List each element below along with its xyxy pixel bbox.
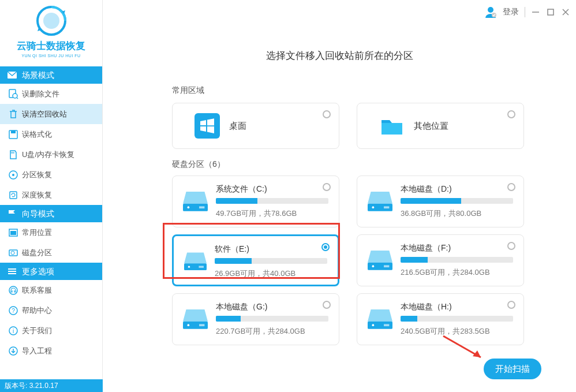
disk-card-3[interactable]: 本地磁盘（F:)216.5GB可用，共284.0GB (357, 234, 524, 286)
disk-detail: 26.9GB可用，共40.0GB (215, 268, 327, 279)
svg-point-44 (372, 265, 374, 267)
section-header-label: 向导模式 (22, 205, 54, 222)
drive-icon (183, 190, 208, 212)
sidebar-item-label: 分区恢复 (22, 165, 52, 185)
info-icon: i (8, 326, 18, 336)
svg-rect-15 (10, 231, 16, 235)
svg-point-1 (43, 13, 59, 29)
section-header-scene: 场景模式 (0, 66, 102, 84)
section-header-label: 场景模式 (22, 66, 54, 84)
app-title: 云骑士数据恢复 (0, 39, 102, 53)
disk-card-1[interactable]: 本地磁盘（D:)36.8GB可用，共80.0GB (357, 176, 524, 227)
sidebar-item-label: 误格式化 (22, 124, 52, 144)
card-desktop[interactable]: 桌面 (172, 103, 339, 149)
svg-point-38 (372, 206, 374, 208)
disk-name: 本地磁盘（F:) (401, 243, 513, 253)
disk-detail: 36.8GB可用，共80.0GB (401, 208, 513, 219)
sidebar-item-label: 磁盘分区 (22, 242, 52, 263)
card-other-location[interactable]: 其他位置 (357, 103, 524, 149)
svg-point-12 (12, 174, 14, 176)
sidebar-item-contact[interactable]: 联系客服 (0, 280, 102, 300)
section-header-wizard: 向导模式 (0, 205, 102, 222)
question-icon: ? (8, 305, 18, 316)
disk-detail: 216.5GB可用，共284.0GB (401, 267, 513, 278)
disk-card-5[interactable]: 本地磁盘（H:)240.5GB可用，共283.5GB (357, 293, 524, 345)
disk-name: 系统文件（C:) (216, 184, 328, 195)
flag-icon (7, 208, 17, 219)
radio-icon (323, 110, 331, 118)
disk-card-0[interactable]: 系统文件（C:)49.7GB可用，共78.6GB (172, 176, 339, 227)
windows-icon (195, 113, 220, 139)
folder-icon (379, 113, 405, 139)
card-title: 桌面 (229, 121, 246, 132)
sidebar-item-import[interactable]: 导入工程 (0, 341, 102, 361)
svg-rect-42 (199, 266, 203, 267)
svg-rect-36 (199, 206, 204, 208)
drive-icon (368, 308, 392, 330)
sidebar-item-label: 深度恢复 (22, 185, 52, 205)
radio-icon (507, 301, 515, 309)
sidebar-item-label: 帮助中心 (22, 300, 52, 320)
refresh-icon (8, 190, 18, 200)
logo-area: 云骑士数据恢复 YUN QI SHI SHU JU HUI FU (0, 0, 102, 66)
svg-line-5 (17, 98, 18, 99)
disk-name: 软件（E:) (215, 244, 327, 255)
svg-point-47 (187, 324, 189, 326)
disk-name: 本地磁盘（H:) (401, 302, 513, 312)
sidebar-item-disk-partition[interactable]: 磁盘分区 (0, 242, 102, 263)
hdd-icon (8, 248, 18, 258)
sidebar-item-recycle-bin[interactable]: 误清空回收站 (0, 104, 102, 124)
drive-icon (368, 249, 392, 271)
app-subtitle: YUN QI SHI SHU JU HUI FU (0, 54, 102, 58)
svg-point-41 (188, 266, 190, 267)
svg-point-21 (9, 286, 17, 294)
disk-detail: 240.5GB可用，共283.5GB (401, 326, 513, 337)
disk-section-label: 硬盘分区（6） (172, 159, 564, 170)
sidebar-item-format[interactable]: 误格式化 (0, 124, 102, 144)
file-search-icon (8, 89, 18, 99)
progress-bar (215, 258, 327, 264)
sidebar-item-deep-recovery[interactable]: 深度恢复 (0, 185, 102, 205)
svg-point-17 (11, 251, 14, 255)
sidebar-item-usb-recovery[interactable]: U盘/内存卡恢复 (0, 144, 102, 165)
disk-detail: 49.7GB可用，共78.6GB (216, 208, 328, 219)
svg-rect-7 (11, 130, 16, 133)
radio-icon (507, 183, 515, 191)
sidebar-item-label: 导入工程 (22, 341, 52, 361)
start-scan-button[interactable]: 开始扫描 (484, 359, 541, 379)
svg-rect-51 (384, 324, 389, 326)
drive-icon (368, 190, 392, 212)
drive-icon (184, 250, 207, 272)
radio-icon (323, 183, 331, 191)
progress-bar (216, 316, 328, 322)
sidebar-item-label: U盘/内存卡恢复 (22, 144, 74, 165)
sidebar-item-help[interactable]: ? 帮助中心 (0, 300, 102, 320)
menu-icon (7, 266, 17, 277)
section-header-more: 更多选项 (0, 263, 102, 280)
svg-rect-33 (195, 113, 220, 139)
sidebar-item-deleted-files[interactable]: 误删除文件 (0, 84, 102, 104)
disk-card-4[interactable]: 本地磁盘（G:)220.7GB可用，共284.0GB (172, 293, 339, 345)
disk-detail: 220.7GB可用，共284.0GB (216, 326, 328, 337)
disk-card-2[interactable]: 软件（E:)26.9GB可用，共40.0GB (172, 234, 339, 286)
sidebar-item-label: 误删除文件 (22, 84, 59, 104)
sidebar-item-label: 联系客服 (22, 280, 52, 300)
svg-rect-45 (384, 265, 389, 267)
window-icon (8, 227, 18, 238)
drive-icon (183, 308, 208, 330)
progress-bar (401, 257, 513, 263)
progress-bar (401, 198, 513, 204)
svg-rect-39 (384, 206, 389, 208)
sidebar-item-label: 误清空回收站 (22, 104, 67, 124)
sidebar-item-partition-recovery[interactable]: 分区恢复 (0, 165, 102, 185)
sidebar-item-common-location[interactable]: 常用位置 (0, 222, 102, 242)
headset-icon (8, 285, 18, 296)
radio-icon (323, 301, 331, 309)
disk-name: 本地磁盘（G:) (216, 302, 328, 312)
disk-icon (8, 170, 18, 180)
sidebar-item-about[interactable]: i 关于我们 (0, 320, 102, 341)
disk-name: 本地磁盘（D:) (401, 184, 513, 195)
svg-text:?: ? (12, 308, 15, 314)
app-logo-icon (35, 5, 68, 37)
card-title: 其他位置 (414, 121, 448, 132)
